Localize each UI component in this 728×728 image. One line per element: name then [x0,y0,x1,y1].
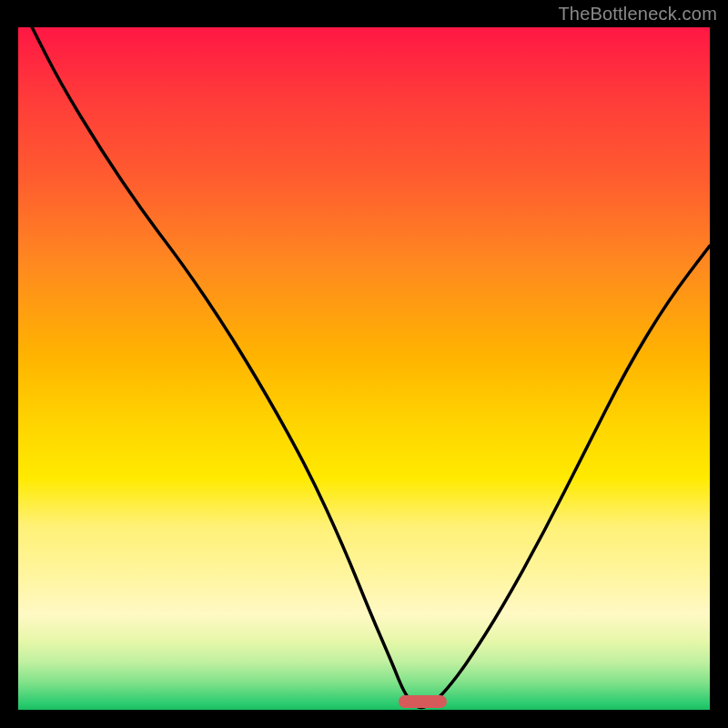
optimal-marker [399,695,447,708]
plot-area [18,27,710,710]
chart-stage: TheBottleneck.com [0,0,728,728]
curve-path [32,27,710,708]
bottleneck-curve [18,27,710,710]
watermark-text: TheBottleneck.com [558,4,717,25]
